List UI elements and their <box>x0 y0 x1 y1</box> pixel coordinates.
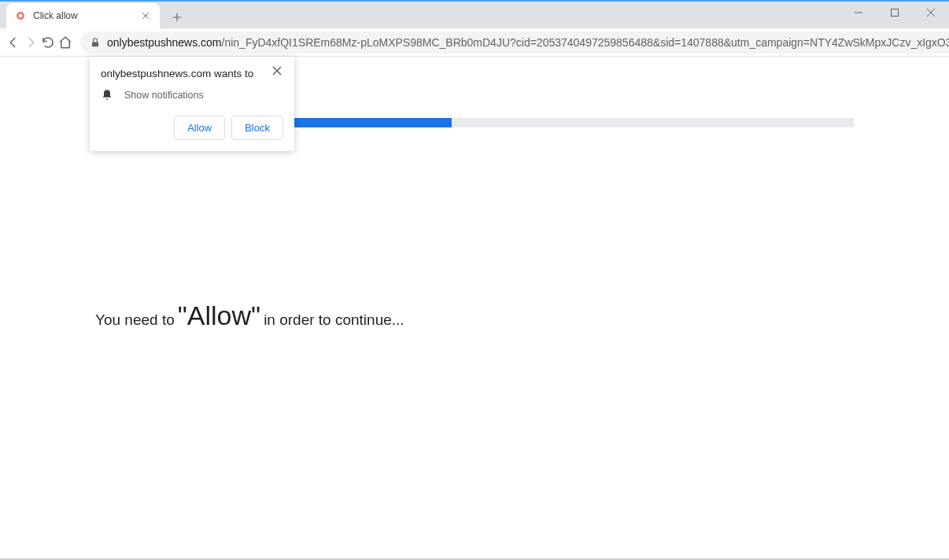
page-content: You need to "Allow" in order to continue… <box>0 57 949 560</box>
tab-title: Click allow <box>33 10 139 21</box>
popup-close-icon[interactable] <box>271 64 283 77</box>
reload-button[interactable] <box>41 31 55 53</box>
text-emphasis: "Allow" <box>178 300 260 331</box>
minimize-button[interactable] <box>840 2 877 24</box>
notification-permission-popup: onlybestpushnews.com wants to Show notif… <box>90 57 294 151</box>
text-before: You need to <box>95 311 175 329</box>
popup-origin-text: onlybestpushnews.com wants to <box>101 68 253 79</box>
tab-close-icon[interactable] <box>139 9 152 22</box>
tab-favicon-icon <box>14 9 27 22</box>
close-window-button[interactable] <box>913 2 949 24</box>
svg-rect-3 <box>92 42 98 46</box>
block-button[interactable]: Block <box>231 116 283 140</box>
new-tab-button[interactable] <box>166 6 188 28</box>
forward-button[interactable] <box>24 31 38 53</box>
text-after: in order to continue... <box>264 311 404 329</box>
browser-tab[interactable]: Click allow <box>6 3 160 28</box>
instruction-text: You need to "Allow" in order to continue… <box>95 300 404 331</box>
address-bar[interactable]: onlybestpushnews.com/nin_FyD4xfQI1SREm68… <box>80 31 949 53</box>
lock-icon <box>90 37 101 48</box>
svg-rect-2 <box>892 9 899 17</box>
tab-bar: Click allow <box>0 2 949 28</box>
url-text: onlybestpushnews.com/nin_FyD4xfQI1SREm68… <box>107 36 949 49</box>
allow-button[interactable]: Allow <box>174 116 225 140</box>
home-button[interactable] <box>58 31 72 53</box>
browser-toolbar: onlybestpushnews.com/nin_FyD4xfQI1SREm68… <box>0 28 949 57</box>
maximize-button[interactable] <box>877 2 913 24</box>
back-button[interactable] <box>6 31 20 53</box>
permission-label: Show notifications <box>124 90 204 101</box>
svg-point-1 <box>19 14 23 18</box>
url-domain: onlybestpushnews.com <box>107 36 222 49</box>
bell-icon <box>101 89 113 101</box>
window-controls <box>840 2 949 28</box>
url-path: /nin_FyD4xfQI1SREm68Mz-pLoMXPS98MC_BRb0m… <box>222 36 949 49</box>
